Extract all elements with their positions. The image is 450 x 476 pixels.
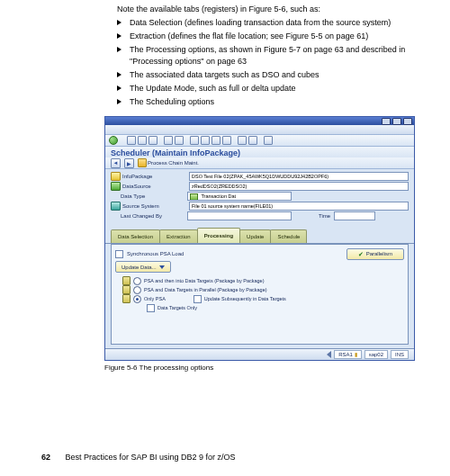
process-chain-label: Process Chain Maint. — [148, 160, 199, 166]
tab-processing[interactable]: Processing — [197, 228, 240, 243]
datatargets-only-checkbox[interactable] — [147, 304, 155, 312]
enter-icon[interactable] — [109, 136, 118, 145]
radio-only-psa[interactable] — [133, 295, 141, 303]
toolbar-icon[interactable] — [212, 136, 220, 145]
sourcesys-icon — [111, 202, 121, 211]
update-data-label: Update Data... — [122, 265, 157, 270]
status-cell-transaction: RSA1 ▮ — [334, 350, 361, 359]
bullet-item: The Processing options, as shown in Figu… — [117, 44, 414, 66]
page-footer: 62 Best Practices for SAP BI using DB2 9… — [41, 453, 235, 462]
lock-icon — [122, 294, 130, 303]
sync-psa-checkbox[interactable] — [115, 250, 123, 258]
update-subseq-checkbox[interactable] — [194, 295, 202, 303]
minimize-icon[interactable] — [382, 118, 391, 125]
cube-icon — [190, 193, 198, 201]
bullet-item: The Scheduling options — [117, 96, 414, 107]
time-label: Time — [319, 213, 330, 219]
tab-data-selection[interactable]: Data Selection — [111, 229, 160, 243]
processing-panel: Synchronous PSA Load ✔ Parallelism Updat… — [111, 244, 409, 345]
sub-check-label: Data Targets Only — [158, 305, 197, 310]
radio-psa-then-targets[interactable] — [133, 277, 141, 285]
app-toolbar: ◄ ▶ Process Chain Maint. — [105, 157, 414, 169]
sap-window: Scheduler (Maintain InfoPackage) ◄ ▶ Pro… — [104, 116, 415, 361]
nav-left-icon[interactable]: ◄ — [111, 158, 121, 168]
datatype-label: Data Type — [121, 193, 187, 199]
sync-psa-label: Synchronous PSA Load — [127, 251, 184, 256]
update-mode-group: PSA and then into Data Targets (Package … — [122, 276, 404, 312]
toolbar-icon[interactable] — [127, 136, 136, 145]
tab-extraction[interactable]: Extraction — [159, 229, 198, 243]
parallelism-label: Parallelism — [366, 251, 392, 256]
toolbar-icon[interactable] — [264, 136, 273, 145]
status-bar: RSA1 ▮ sap02 INS — [105, 348, 414, 360]
lastchanged-field — [187, 211, 292, 220]
radio-label: Only PSA — [144, 296, 166, 301]
sub-check-label: Update Subsequently in Data Targets — [204, 296, 286, 301]
book-title: Best Practices for SAP BI using DB2 9 fo… — [66, 453, 236, 462]
infopackage-label: InfoPackage — [122, 174, 189, 179]
page-title: Scheduler (Maintain InfoPackage) — [105, 147, 414, 157]
lastchanged-label: Last Changed By — [121, 213, 187, 219]
main-toolbar — [105, 135, 414, 147]
menubar[interactable] — [105, 125, 414, 135]
toolbar-icon[interactable] — [190, 136, 199, 145]
chevron-down-icon — [159, 265, 165, 269]
toolbar-icon[interactable] — [248, 136, 257, 145]
datatype-field: Transaction Dat — [187, 192, 292, 201]
sourcesys-field[interactable]: File 01 source system name(FILE01) — [189, 202, 409, 211]
bullet-list: Data Selection (defines loading transact… — [117, 17, 414, 107]
status-cell-mode: INS — [391, 350, 409, 359]
sourcesys-label: Source System — [122, 203, 189, 209]
toolbar-icon[interactable] — [148, 136, 158, 145]
window-titlebar — [105, 117, 414, 125]
toolbar-icon[interactable] — [175, 136, 184, 145]
maximize-icon[interactable] — [392, 118, 401, 125]
radio-label: PSA and Data Targets in Parallel (Packag… — [144, 287, 267, 292]
toolbar-icon[interactable] — [164, 136, 173, 145]
radio-label: PSA and then into Data Targets (Package … — [144, 278, 265, 283]
bullet-item: The Update Mode, such as full or delta u… — [117, 83, 414, 94]
bullet-item: The associated data targets such as DSO … — [117, 69, 414, 80]
time-field — [334, 211, 375, 220]
update-data-button[interactable]: Update Data... — [115, 261, 171, 273]
datasource-label: DataSource — [122, 184, 189, 189]
lock-icon — [122, 276, 130, 285]
intro-text: Note the available tabs (registers) in F… — [117, 4, 414, 14]
datatype-value: Transaction Dat — [201, 193, 236, 199]
header-fields: InfoPackage DSO Test File 02(ZPAK_45AWK5… — [105, 169, 414, 224]
figure-5-6: Scheduler (Maintain InfoPackage) ◄ ▶ Pro… — [104, 116, 415, 361]
toolbar-icon[interactable] — [138, 136, 147, 145]
infopackage-icon — [111, 172, 121, 181]
status-cell-system: sap02 — [364, 350, 388, 359]
lock-icon — [122, 285, 130, 294]
datasource-icon — [111, 182, 121, 191]
parallelism-button[interactable]: ✔ Parallelism — [346, 248, 404, 260]
radio-psa-parallel[interactable] — [133, 286, 141, 294]
tab-schedule[interactable]: Schedule — [270, 229, 307, 243]
tab-update[interactable]: Update — [239, 229, 271, 243]
tab-bar: Data Selection Extraction Processing Upd… — [105, 224, 414, 244]
infopackage-field[interactable]: DSO Test File 02(ZPAK_45AWK5Q1DWUDDU92J4… — [189, 172, 409, 181]
toolbar-icon[interactable] — [238, 136, 247, 145]
bullet-item: Extraction (defines the flat file locati… — [117, 31, 414, 41]
chain-icon — [138, 158, 147, 167]
check-icon: ✔ — [358, 251, 364, 257]
toolbar-icon[interactable] — [222, 136, 231, 145]
bullet-item: Data Selection (defines loading transact… — [117, 17, 414, 28]
figure-caption: Figure 5-6 The processing options — [104, 364, 414, 372]
close-icon[interactable] — [403, 118, 412, 125]
nav-right-icon[interactable]: ▶ — [124, 158, 134, 168]
status-arrow-icon[interactable] — [327, 351, 331, 358]
process-chain-button[interactable]: Process Chain Maint. — [138, 158, 199, 167]
toolbar-icon[interactable] — [201, 136, 210, 145]
page-number: 62 — [41, 453, 50, 462]
datasource-field[interactable]: zRedDSO2(ZREDDSO2) — [189, 182, 409, 191]
